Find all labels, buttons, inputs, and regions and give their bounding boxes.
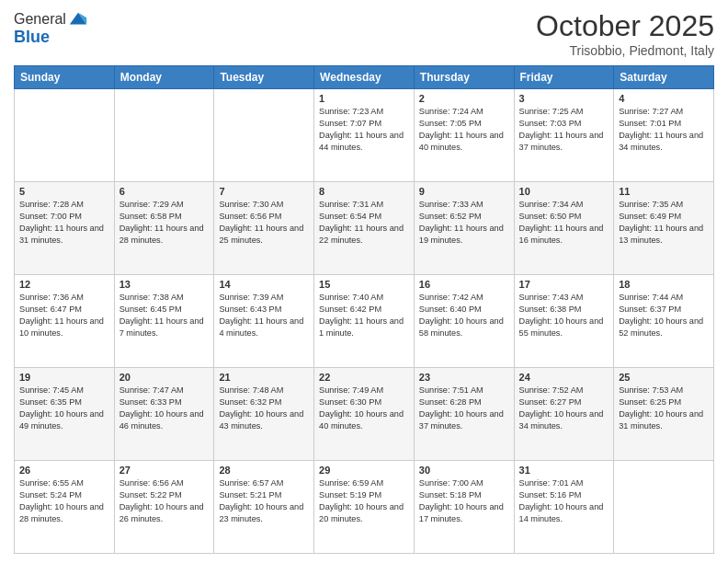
calendar-cell	[214, 89, 314, 182]
calendar-cell: 2Sunrise: 7:24 AM Sunset: 7:05 PM Daylig…	[414, 89, 514, 182]
cell-text: Sunrise: 7:34 AM Sunset: 6:50 PM Dayligh…	[519, 199, 609, 247]
logo: General Blue	[14, 9, 88, 47]
calendar-cell: 31Sunrise: 7:01 AM Sunset: 5:16 PM Dayli…	[514, 461, 614, 554]
calendar-cell: 8Sunrise: 7:31 AM Sunset: 6:54 PM Daylig…	[314, 182, 415, 275]
cell-text: Sunrise: 6:59 AM Sunset: 5:19 PM Dayligh…	[319, 477, 409, 525]
cell-text: Sunrise: 7:30 AM Sunset: 6:56 PM Dayligh…	[219, 199, 309, 247]
calendar-cell: 17Sunrise: 7:43 AM Sunset: 6:38 PM Dayli…	[514, 275, 614, 368]
col-tuesday: Tuesday	[214, 66, 314, 89]
calendar-cell	[614, 461, 714, 554]
calendar-cell: 23Sunrise: 7:51 AM Sunset: 6:28 PM Dayli…	[414, 368, 514, 461]
cell-text: Sunrise: 6:55 AM Sunset: 5:24 PM Dayligh…	[19, 477, 109, 525]
calendar-cell: 19Sunrise: 7:45 AM Sunset: 6:35 PM Dayli…	[15, 368, 115, 461]
calendar-cell: 26Sunrise: 6:55 AM Sunset: 5:24 PM Dayli…	[15, 461, 115, 554]
day-number: 16	[419, 279, 509, 290]
day-number: 31	[519, 465, 609, 476]
calendar-cell	[114, 89, 214, 182]
col-wednesday: Wednesday	[314, 66, 415, 89]
calendar-cell: 6Sunrise: 7:29 AM Sunset: 6:58 PM Daylig…	[114, 182, 214, 275]
cell-text: Sunrise: 7:23 AM Sunset: 7:07 PM Dayligh…	[319, 106, 409, 154]
day-number: 24	[519, 372, 609, 383]
calendar-cell: 9Sunrise: 7:33 AM Sunset: 6:52 PM Daylig…	[414, 182, 514, 275]
cell-text: Sunrise: 7:25 AM Sunset: 7:03 PM Dayligh…	[519, 106, 609, 154]
calendar-cell: 3Sunrise: 7:25 AM Sunset: 7:03 PM Daylig…	[514, 89, 614, 182]
day-number: 20	[119, 372, 210, 383]
day-number: 30	[419, 465, 509, 476]
calendar-cell: 14Sunrise: 7:39 AM Sunset: 6:43 PM Dayli…	[214, 275, 314, 368]
calendar-cell: 27Sunrise: 6:56 AM Sunset: 5:22 PM Dayli…	[114, 461, 214, 554]
day-number: 15	[319, 279, 409, 290]
cell-text: Sunrise: 7:39 AM Sunset: 6:43 PM Dayligh…	[219, 292, 309, 339]
calendar-cell: 24Sunrise: 7:52 AM Sunset: 6:27 PM Dayli…	[514, 368, 614, 461]
calendar-cell: 10Sunrise: 7:34 AM Sunset: 6:50 PM Dayli…	[514, 182, 614, 275]
cell-text: Sunrise: 7:47 AM Sunset: 6:33 PM Dayligh…	[119, 385, 210, 432]
col-friday: Friday	[514, 66, 614, 89]
cell-text: Sunrise: 7:36 AM Sunset: 6:47 PM Dayligh…	[19, 292, 109, 339]
calendar-week-1: 1Sunrise: 7:23 AM Sunset: 7:07 PM Daylig…	[15, 89, 714, 182]
day-number: 25	[619, 372, 709, 383]
day-number: 5	[19, 186, 109, 197]
calendar-cell: 28Sunrise: 6:57 AM Sunset: 5:21 PM Dayli…	[214, 461, 314, 554]
day-number: 2	[419, 93, 509, 104]
cell-text: Sunrise: 7:48 AM Sunset: 6:32 PM Dayligh…	[219, 385, 309, 432]
col-monday: Monday	[114, 66, 214, 89]
day-number: 10	[519, 186, 609, 197]
col-thursday: Thursday	[414, 66, 514, 89]
cell-text: Sunrise: 6:57 AM Sunset: 5:21 PM Dayligh…	[219, 477, 309, 525]
cell-text: Sunrise: 7:43 AM Sunset: 6:38 PM Dayligh…	[519, 292, 609, 339]
cell-text: Sunrise: 7:24 AM Sunset: 7:05 PM Dayligh…	[419, 106, 509, 154]
day-number: 12	[19, 279, 109, 290]
day-number: 28	[219, 465, 309, 476]
calendar-week-5: 26Sunrise: 6:55 AM Sunset: 5:24 PM Dayli…	[15, 461, 714, 554]
calendar-cell: 1Sunrise: 7:23 AM Sunset: 7:07 PM Daylig…	[314, 89, 415, 182]
day-number: 8	[319, 186, 409, 197]
day-number: 17	[519, 279, 609, 290]
day-number: 3	[519, 93, 609, 104]
cell-text: Sunrise: 7:52 AM Sunset: 6:27 PM Dayligh…	[519, 385, 609, 432]
day-number: 4	[619, 93, 709, 104]
day-number: 21	[219, 372, 309, 383]
calendar-header-row: Sunday Monday Tuesday Wednesday Thursday…	[15, 66, 714, 89]
col-saturday: Saturday	[614, 66, 714, 89]
calendar-cell: 18Sunrise: 7:44 AM Sunset: 6:37 PM Dayli…	[614, 275, 714, 368]
month-title: October 2025	[536, 9, 714, 43]
day-number: 1	[319, 93, 409, 104]
calendar-cell: 16Sunrise: 7:42 AM Sunset: 6:40 PM Dayli…	[414, 275, 514, 368]
logo-general: General	[14, 11, 66, 28]
calendar-cell: 25Sunrise: 7:53 AM Sunset: 6:25 PM Dayli…	[614, 368, 714, 461]
cell-text: Sunrise: 7:00 AM Sunset: 5:18 PM Dayligh…	[419, 477, 509, 525]
cell-text: Sunrise: 7:29 AM Sunset: 6:58 PM Dayligh…	[119, 199, 210, 247]
cell-text: Sunrise: 7:33 AM Sunset: 6:52 PM Dayligh…	[419, 199, 509, 247]
cell-text: Sunrise: 7:38 AM Sunset: 6:45 PM Dayligh…	[119, 292, 210, 339]
cell-text: Sunrise: 7:44 AM Sunset: 6:37 PM Dayligh…	[619, 292, 709, 339]
cell-text: Sunrise: 7:40 AM Sunset: 6:42 PM Dayligh…	[319, 292, 409, 339]
calendar-cell: 7Sunrise: 7:30 AM Sunset: 6:56 PM Daylig…	[214, 182, 314, 275]
cell-text: Sunrise: 7:51 AM Sunset: 6:28 PM Dayligh…	[419, 385, 509, 432]
cell-text: Sunrise: 6:56 AM Sunset: 5:22 PM Dayligh…	[119, 477, 210, 525]
calendar-cell: 29Sunrise: 6:59 AM Sunset: 5:19 PM Dayli…	[314, 461, 415, 554]
location: Trisobbio, Piedmont, Italy	[536, 43, 714, 58]
day-number: 7	[219, 186, 309, 197]
logo-icon	[68, 9, 88, 29]
cell-text: Sunrise: 7:53 AM Sunset: 6:25 PM Dayligh…	[619, 385, 709, 432]
page: General Blue October 2025 Trisobbio, Pie…	[0, 0, 728, 563]
calendar-cell: 21Sunrise: 7:48 AM Sunset: 6:32 PM Dayli…	[214, 368, 314, 461]
calendar-cell: 4Sunrise: 7:27 AM Sunset: 7:01 PM Daylig…	[614, 89, 714, 182]
calendar-week-4: 19Sunrise: 7:45 AM Sunset: 6:35 PM Dayli…	[15, 368, 714, 461]
cell-text: Sunrise: 7:27 AM Sunset: 7:01 PM Dayligh…	[619, 106, 709, 154]
calendar-week-3: 12Sunrise: 7:36 AM Sunset: 6:47 PM Dayli…	[15, 275, 714, 368]
calendar-cell: 20Sunrise: 7:47 AM Sunset: 6:33 PM Dayli…	[114, 368, 214, 461]
day-number: 19	[19, 372, 109, 383]
day-number: 22	[319, 372, 409, 383]
cell-text: Sunrise: 7:45 AM Sunset: 6:35 PM Dayligh…	[19, 385, 109, 432]
cell-text: Sunrise: 7:01 AM Sunset: 5:16 PM Dayligh…	[519, 477, 609, 525]
col-sunday: Sunday	[15, 66, 115, 89]
day-number: 27	[119, 465, 210, 476]
title-area: October 2025 Trisobbio, Piedmont, Italy	[536, 9, 714, 58]
cell-text: Sunrise: 7:49 AM Sunset: 6:30 PM Dayligh…	[319, 385, 409, 432]
day-number: 13	[119, 279, 210, 290]
header: General Blue October 2025 Trisobbio, Pie…	[14, 9, 714, 58]
cell-text: Sunrise: 7:28 AM Sunset: 7:00 PM Dayligh…	[19, 199, 109, 247]
calendar-cell: 15Sunrise: 7:40 AM Sunset: 6:42 PM Dayli…	[314, 275, 415, 368]
day-number: 26	[19, 465, 109, 476]
